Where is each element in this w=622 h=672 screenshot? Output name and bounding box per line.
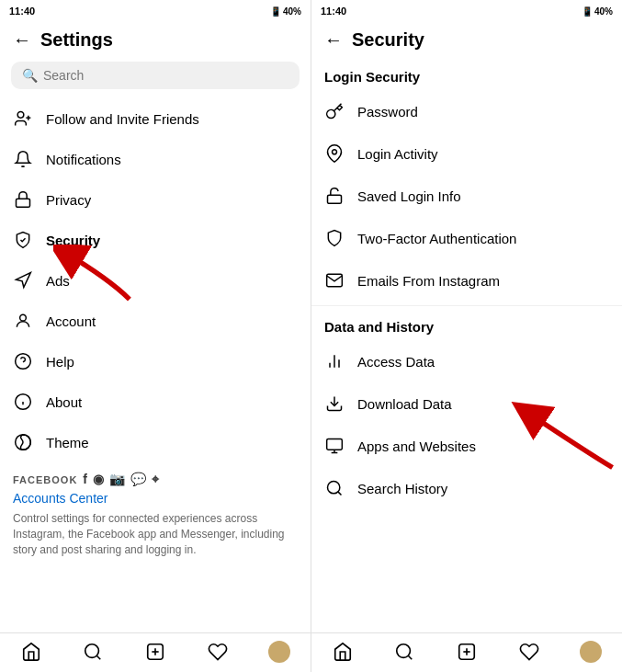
fb-camera-icon: 📷 xyxy=(109,472,126,487)
status-bar-right: 11:40 📱 40% xyxy=(311,0,622,22)
apps-websites-label: Apps and Websites xyxy=(357,439,476,454)
fb-icon: f xyxy=(83,472,88,487)
sidebar-item-security[interactable]: Security xyxy=(0,220,311,260)
search-history-icon xyxy=(324,478,345,498)
page-title-right: Security xyxy=(352,29,424,51)
menu-list: Follow and Invite Friends Notifications … xyxy=(0,95,311,632)
svg-point-11 xyxy=(85,644,99,658)
privacy-label: Privacy xyxy=(46,192,91,208)
nav-heart-left[interactable] xyxy=(187,641,249,663)
status-icons-right: 📱 40% xyxy=(582,6,613,17)
follow-icon xyxy=(13,108,33,129)
nav-add-left[interactable] xyxy=(124,641,187,663)
about-label: About xyxy=(46,394,82,410)
search-input[interactable] xyxy=(43,68,288,83)
time-left: 11:40 xyxy=(9,6,35,17)
monitor-icon xyxy=(324,436,345,456)
security-item-saved-login[interactable]: Saved Login Info xyxy=(311,175,622,217)
svg-point-0 xyxy=(17,112,24,119)
help-icon xyxy=(13,351,33,371)
access-data-label: Access Data xyxy=(357,354,435,370)
nav-search-right[interactable] xyxy=(374,641,436,663)
sidebar-item-help[interactable]: Help xyxy=(0,341,311,382)
email-icon xyxy=(324,270,345,290)
sidebar-item-account[interactable]: Account xyxy=(0,301,311,341)
two-factor-icon xyxy=(324,228,345,248)
account-icon xyxy=(13,311,33,331)
info-icon xyxy=(13,392,33,412)
bell-icon xyxy=(13,149,33,169)
back-button-left[interactable]: ← xyxy=(13,29,31,51)
account-label: Account xyxy=(46,313,96,329)
ads-icon xyxy=(13,270,33,290)
sidebar-item-follow[interactable]: Follow and Invite Friends xyxy=(0,98,311,139)
fb-link-icon: ⌖ xyxy=(152,472,160,487)
fb-circle-icon: ◉ xyxy=(93,472,105,487)
search-icon: 🔍 xyxy=(22,68,38,83)
ads-label: Ads xyxy=(46,273,70,289)
svg-point-4 xyxy=(20,314,27,321)
sidebar-item-privacy[interactable]: Privacy xyxy=(0,179,311,220)
back-button-right[interactable]: ← xyxy=(324,29,343,51)
security-item-download-data[interactable]: Download Data xyxy=(311,382,622,425)
theme-label: Theme xyxy=(46,435,89,450)
chart-icon xyxy=(324,351,345,371)
svg-rect-23 xyxy=(327,439,343,450)
nav-home-left[interactable] xyxy=(0,641,62,663)
login-security-header: Login Security xyxy=(311,60,622,90)
svg-rect-18 xyxy=(328,195,342,203)
nav-search-left[interactable] xyxy=(62,641,125,663)
nav-home-right[interactable] xyxy=(311,641,374,663)
left-header: ← Settings xyxy=(0,22,311,56)
help-label: Help xyxy=(46,354,74,370)
facebook-icons: f ◉ 📷 💬 ⌖ xyxy=(83,472,160,487)
nav-heart-right[interactable] xyxy=(498,641,560,663)
svg-line-29 xyxy=(409,655,413,659)
nav-profile-left[interactable] xyxy=(248,641,311,663)
battery-left: 40% xyxy=(283,6,301,17)
lock-icon xyxy=(13,189,33,210)
key-icon xyxy=(324,101,345,121)
fb-chat-icon: 💬 xyxy=(130,472,147,487)
sidebar-item-notifications[interactable]: Notifications xyxy=(0,139,311,179)
security-item-password[interactable]: Password xyxy=(311,90,622,132)
page-title-left: Settings xyxy=(40,29,113,51)
svg-line-12 xyxy=(97,655,101,659)
time-right: 11:40 xyxy=(321,6,346,17)
svg-rect-3 xyxy=(17,199,30,207)
nav-profile-right[interactable] xyxy=(560,641,622,663)
download-data-label: Download Data xyxy=(357,396,452,412)
emails-label: Emails From Instagram xyxy=(357,273,500,289)
saved-login-icon xyxy=(324,186,345,206)
data-history-header: Data and History xyxy=(311,310,622,340)
search-bar[interactable]: 🔍 xyxy=(11,62,300,89)
sidebar-item-about[interactable]: About xyxy=(0,382,311,422)
accounts-center-link[interactable]: Accounts Center xyxy=(13,491,298,506)
security-menu: Login Security Password Login Activity S… xyxy=(311,56,622,632)
facebook-description: Control settings for connected experienc… xyxy=(13,511,298,557)
security-item-2fa[interactable]: Two-Factor Authentication xyxy=(311,217,622,259)
security-item-access-data[interactable]: Access Data xyxy=(311,340,622,382)
sidebar-item-theme[interactable]: Theme xyxy=(0,422,311,462)
follow-label: Follow and Invite Friends xyxy=(46,111,199,127)
security-item-search-history[interactable]: Search History xyxy=(311,467,622,509)
security-item-emails[interactable]: Emails From Instagram xyxy=(311,259,622,302)
status-icons-left: 📱 40% xyxy=(270,6,301,17)
nav-add-right[interactable] xyxy=(435,641,498,663)
notifications-label: Notifications xyxy=(46,152,121,167)
security-item-login-activity[interactable]: Login Activity xyxy=(311,132,622,175)
svg-point-28 xyxy=(397,644,411,658)
security-item-apps-websites[interactable]: Apps and Websites xyxy=(311,425,622,467)
download-icon xyxy=(324,393,345,414)
location-icon xyxy=(324,143,345,164)
status-bar-left: 11:40 📱 40% xyxy=(0,0,311,22)
svg-point-26 xyxy=(328,482,340,494)
login-activity-label: Login Activity xyxy=(357,146,438,162)
svg-line-27 xyxy=(338,492,342,495)
two-factor-label: Two-Factor Authentication xyxy=(357,231,516,246)
battery-right: 40% xyxy=(594,6,613,17)
sidebar-item-ads[interactable]: Ads xyxy=(0,260,311,301)
facebook-title: FACEBOOK f ◉ 📷 💬 ⌖ xyxy=(13,472,298,487)
svg-point-17 xyxy=(333,150,337,154)
search-history-label: Search History xyxy=(357,481,447,496)
